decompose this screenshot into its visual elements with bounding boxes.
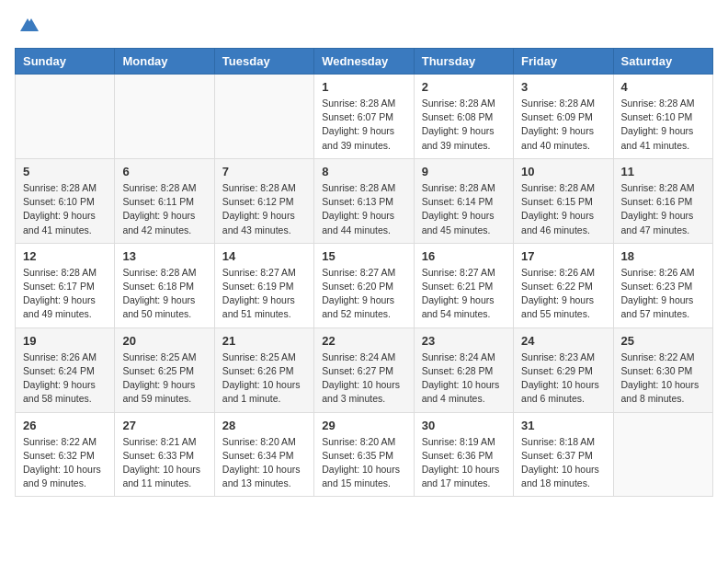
day-number: 24 — [521, 334, 605, 348]
day-info: Sunrise: 8:25 AM Sunset: 6:25 PM Dayligh… — [122, 350, 206, 407]
day-info: Sunrise: 8:18 AM Sunset: 6:37 PM Dayligh… — [521, 435, 605, 491]
calendar-cell: 28Sunrise: 8:20 AM Sunset: 6:34 PM Dayli… — [214, 412, 313, 497]
day-number: 13 — [122, 249, 206, 263]
day-info: Sunrise: 8:26 AM Sunset: 6:23 PM Dayligh… — [621, 266, 705, 322]
calendar-cell: 18Sunrise: 8:26 AM Sunset: 6:23 PM Dayli… — [613, 243, 712, 327]
day-info: Sunrise: 8:26 AM Sunset: 6:22 PM Dayligh… — [521, 266, 605, 322]
day-number: 1 — [322, 80, 405, 94]
day-info: Sunrise: 8:28 AM Sunset: 6:16 PM Dayligh… — [621, 181, 705, 237]
calendar-cell: 25Sunrise: 8:22 AM Sunset: 6:30 PM Dayli… — [613, 327, 712, 412]
day-number: 16 — [422, 249, 506, 263]
calendar-week-row: 26Sunrise: 8:22 AM Sunset: 6:32 PM Dayli… — [16, 412, 713, 497]
day-info: Sunrise: 8:20 AM Sunset: 6:35 PM Dayligh… — [322, 435, 405, 491]
calendar-cell — [16, 75, 115, 159]
day-info: Sunrise: 8:26 AM Sunset: 6:24 PM Dayligh… — [23, 350, 107, 407]
day-info: Sunrise: 8:28 AM Sunset: 6:07 PM Dayligh… — [322, 97, 405, 153]
day-number: 25 — [621, 334, 705, 348]
calendar-cell: 27Sunrise: 8:21 AM Sunset: 6:33 PM Dayli… — [115, 412, 214, 497]
day-number: 26 — [23, 419, 107, 432]
calendar-cell: 24Sunrise: 8:23 AM Sunset: 6:29 PM Dayli… — [514, 327, 613, 412]
day-number: 28 — [222, 419, 306, 432]
day-number: 4 — [621, 80, 705, 94]
calendar-cell: 6Sunrise: 8:28 AM Sunset: 6:11 PM Daylig… — [115, 158, 214, 243]
calendar-week-row: 5Sunrise: 8:28 AM Sunset: 6:10 PM Daylig… — [16, 158, 713, 243]
day-number: 8 — [322, 165, 405, 178]
calendar-cell: 16Sunrise: 8:27 AM Sunset: 6:21 PM Dayli… — [414, 243, 513, 327]
day-info: Sunrise: 8:27 AM Sunset: 6:21 PM Dayligh… — [422, 266, 506, 322]
calendar-cell — [613, 412, 712, 497]
calendar-cell: 10Sunrise: 8:28 AM Sunset: 6:15 PM Dayli… — [514, 158, 613, 243]
calendar-week-row: 12Sunrise: 8:28 AM Sunset: 6:17 PM Dayli… — [16, 243, 713, 327]
calendar-cell: 29Sunrise: 8:20 AM Sunset: 6:35 PM Dayli… — [314, 412, 414, 497]
day-number: 10 — [521, 165, 605, 178]
day-info: Sunrise: 8:28 AM Sunset: 6:11 PM Dayligh… — [122, 181, 206, 237]
day-number: 19 — [23, 334, 107, 348]
calendar-cell: 2Sunrise: 8:28 AM Sunset: 6:08 PM Daylig… — [414, 75, 513, 159]
day-info: Sunrise: 8:22 AM Sunset: 6:32 PM Dayligh… — [23, 435, 107, 491]
day-number: 31 — [521, 419, 605, 432]
day-number: 17 — [521, 249, 605, 263]
day-info: Sunrise: 8:28 AM Sunset: 6:08 PM Dayligh… — [422, 97, 506, 153]
day-info: Sunrise: 8:28 AM Sunset: 6:15 PM Dayligh… — [521, 181, 605, 237]
calendar-cell: 22Sunrise: 8:24 AM Sunset: 6:27 PM Dayli… — [314, 327, 414, 412]
calendar-cell: 15Sunrise: 8:27 AM Sunset: 6:20 PM Dayli… — [314, 243, 414, 327]
logo — [15, 15, 39, 37]
calendar-cell: 14Sunrise: 8:27 AM Sunset: 6:19 PM Dayli… — [214, 243, 313, 327]
day-info: Sunrise: 8:28 AM Sunset: 6:10 PM Dayligh… — [621, 97, 705, 153]
calendar-cell: 26Sunrise: 8:22 AM Sunset: 6:32 PM Dayli… — [16, 412, 115, 497]
day-number: 14 — [222, 249, 306, 263]
day-info: Sunrise: 8:28 AM Sunset: 6:14 PM Dayligh… — [422, 181, 506, 237]
calendar-cell: 12Sunrise: 8:28 AM Sunset: 6:17 PM Dayli… — [16, 243, 115, 327]
day-number: 23 — [422, 334, 506, 348]
calendar-cell: 11Sunrise: 8:28 AM Sunset: 6:16 PM Dayli… — [613, 158, 712, 243]
day-info: Sunrise: 8:28 AM Sunset: 6:10 PM Dayligh… — [23, 181, 107, 237]
day-number: 15 — [322, 249, 405, 263]
day-info: Sunrise: 8:25 AM Sunset: 6:26 PM Dayligh… — [222, 350, 306, 407]
calendar-week-row: 19Sunrise: 8:26 AM Sunset: 6:24 PM Dayli… — [16, 327, 713, 412]
day-number: 27 — [122, 419, 206, 432]
day-info: Sunrise: 8:24 AM Sunset: 6:28 PM Dayligh… — [422, 350, 506, 407]
day-info: Sunrise: 8:27 AM Sunset: 6:20 PM Dayligh… — [322, 266, 405, 322]
day-info: Sunrise: 8:28 AM Sunset: 6:12 PM Dayligh… — [222, 181, 306, 237]
calendar-header-friday: Friday — [514, 49, 613, 75]
day-info: Sunrise: 8:28 AM Sunset: 6:18 PM Dayligh… — [122, 266, 206, 322]
day-number: 6 — [122, 165, 206, 178]
calendar-table: SundayMondayTuesdayWednesdayThursdayFrid… — [15, 48, 713, 497]
calendar-header-sunday: Sunday — [16, 49, 115, 75]
calendar-header-saturday: Saturday — [613, 49, 712, 75]
day-number: 5 — [23, 165, 107, 178]
day-info: Sunrise: 8:27 AM Sunset: 6:19 PM Dayligh… — [222, 266, 306, 322]
day-number: 12 — [23, 249, 107, 263]
day-number: 9 — [422, 165, 506, 178]
calendar-cell — [115, 75, 214, 159]
calendar-header-thursday: Thursday — [414, 49, 513, 75]
day-info: Sunrise: 8:22 AM Sunset: 6:30 PM Dayligh… — [621, 350, 705, 407]
day-info: Sunrise: 8:23 AM Sunset: 6:29 PM Dayligh… — [521, 350, 605, 407]
calendar-cell: 19Sunrise: 8:26 AM Sunset: 6:24 PM Dayli… — [16, 327, 115, 412]
day-number: 3 — [521, 80, 605, 94]
day-info: Sunrise: 8:21 AM Sunset: 6:33 PM Dayligh… — [122, 435, 206, 491]
calendar-cell: 9Sunrise: 8:28 AM Sunset: 6:14 PM Daylig… — [414, 158, 513, 243]
calendar-cell: 23Sunrise: 8:24 AM Sunset: 6:28 PM Dayli… — [414, 327, 513, 412]
day-number: 21 — [222, 334, 306, 348]
calendar-cell: 7Sunrise: 8:28 AM Sunset: 6:12 PM Daylig… — [214, 158, 313, 243]
day-number: 29 — [322, 419, 405, 432]
day-number: 22 — [322, 334, 405, 348]
day-info: Sunrise: 8:19 AM Sunset: 6:36 PM Dayligh… — [422, 435, 506, 491]
calendar-cell: 1Sunrise: 8:28 AM Sunset: 6:07 PM Daylig… — [314, 75, 414, 159]
day-number: 11 — [621, 165, 705, 178]
day-info: Sunrise: 8:20 AM Sunset: 6:34 PM Dayligh… — [222, 435, 306, 491]
calendar-cell: 21Sunrise: 8:25 AM Sunset: 6:26 PM Dayli… — [214, 327, 313, 412]
calendar-cell: 31Sunrise: 8:18 AM Sunset: 6:37 PM Dayli… — [514, 412, 613, 497]
calendar-cell: 3Sunrise: 8:28 AM Sunset: 6:09 PM Daylig… — [514, 75, 613, 159]
calendar-cell: 17Sunrise: 8:26 AM Sunset: 6:22 PM Dayli… — [514, 243, 613, 327]
page-header — [15, 15, 713, 37]
day-number: 18 — [621, 249, 705, 263]
calendar-cell — [214, 75, 313, 159]
day-info: Sunrise: 8:28 AM Sunset: 6:09 PM Dayligh… — [521, 97, 605, 153]
calendar-week-row: 1Sunrise: 8:28 AM Sunset: 6:07 PM Daylig… — [16, 75, 713, 159]
day-info: Sunrise: 8:28 AM Sunset: 6:13 PM Dayligh… — [322, 181, 405, 237]
calendar-header-row: SundayMondayTuesdayWednesdayThursdayFrid… — [16, 49, 713, 75]
calendar-cell: 13Sunrise: 8:28 AM Sunset: 6:18 PM Dayli… — [115, 243, 214, 327]
day-number: 20 — [122, 334, 206, 348]
